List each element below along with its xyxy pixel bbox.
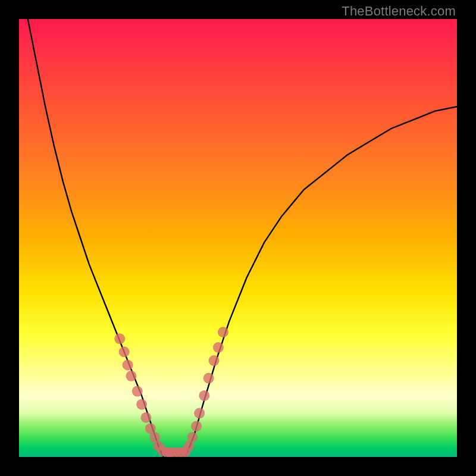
curve-paths bbox=[28, 19, 457, 457]
marker-left-cluster bbox=[132, 386, 143, 397]
marker-dots bbox=[114, 327, 228, 457]
marker-right-cluster bbox=[191, 421, 202, 431]
marker-left-cluster bbox=[136, 399, 147, 410]
marker-left-cluster bbox=[119, 346, 130, 357]
marker-left-cluster bbox=[114, 333, 125, 344]
marker-right-cluster bbox=[209, 355, 220, 366]
marker-left-cluster bbox=[123, 359, 133, 370]
marker-right-cluster bbox=[203, 373, 214, 384]
marker-right-cluster bbox=[187, 432, 198, 443]
marker-left-cluster bbox=[126, 371, 136, 381]
marker-right-cluster bbox=[213, 342, 224, 353]
marker-left-cluster bbox=[140, 412, 151, 423]
series-left-curve bbox=[28, 19, 164, 457]
chart-container: TheBottleneck.com bbox=[0, 0, 476, 476]
watermark-text: TheBottleneck.com bbox=[342, 4, 456, 19]
curve-svg bbox=[19, 19, 457, 457]
series-right-curve bbox=[186, 107, 457, 457]
marker-right-cluster bbox=[194, 408, 205, 418]
plot-area bbox=[19, 19, 457, 457]
marker-right-cluster bbox=[218, 327, 228, 337]
marker-right-cluster bbox=[199, 390, 209, 401]
